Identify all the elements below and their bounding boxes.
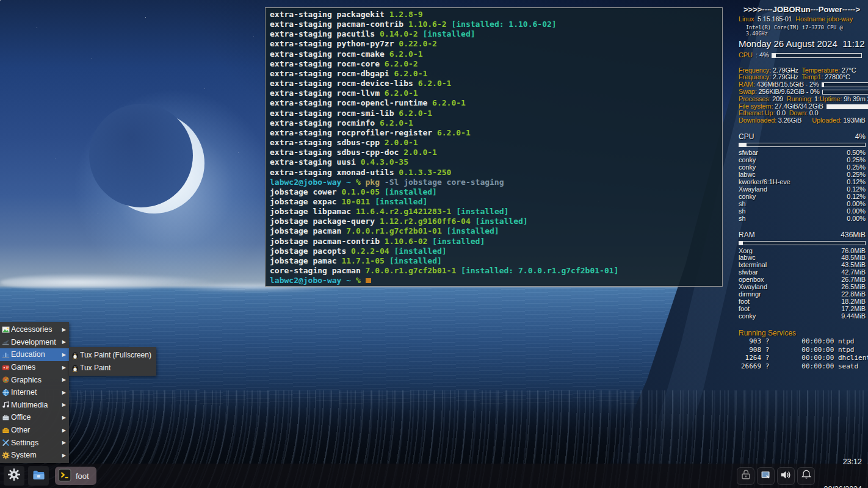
terminal-line: extra-staging python-py7zr 0.22.0-2 (270, 39, 722, 49)
multimedia-icon (2, 401, 10, 409)
cpu-section-value: 4% (855, 133, 866, 141)
submenu-arrow-icon: ▶ (62, 415, 67, 420)
os-host-line: Linux 5.15.165-01 Hostname jobo-way (739, 16, 866, 23)
task-label: foot (76, 472, 89, 481)
terminal-line: extra-staging rocm-core 6.2.0-2 (270, 59, 722, 69)
system-icon (2, 451, 10, 459)
menu-item-label: Education (11, 350, 62, 359)
office-icon (2, 414, 10, 422)
menu-item-label: Multimedia (11, 401, 62, 409)
terminal-line: labwc2@jobo-way ~ % pkg -Sl jobstage cor… (270, 178, 722, 187)
lock-icon (740, 468, 752, 483)
app-menu: Accessories ▶ Development ▶ Education ▶ … (0, 322, 69, 463)
submenu-item-label: Tux Paint (80, 364, 154, 372)
submenu-item[interactable]: Tux Paint (Fullscreen) (69, 348, 156, 361)
submenu-item[interactable]: Tux Paint (69, 361, 156, 374)
menu-item[interactable]: Graphics ▶ (0, 373, 69, 386)
ram-process-section: RAM 436MiB Xorg76.0MiB labwc48.5MiB lxte… (739, 231, 866, 321)
terminal-line: extra-staging rocm-llvm 6.2.0-1 (270, 88, 722, 98)
terminal-line: extra-staging rocm-opencl-runtime 6.2.0-… (270, 98, 722, 108)
volume-tray-button[interactable] (777, 467, 795, 485)
menu-item[interactable]: Internet ▶ (0, 386, 69, 399)
menu-item[interactable]: Development ▶ (0, 336, 69, 349)
file-manager-button[interactable] (28, 466, 49, 486)
terminal-line: extra-staging pacutils 0.14.0-2 [install… (270, 29, 722, 39)
submenu-arrow-icon: ▶ (62, 339, 67, 345)
stat-line: Downloaded: 3.26GiB Uploaded: 193MiB (739, 117, 866, 124)
clock[interactable]: 23:12 08/26/2024 (823, 439, 862, 488)
ram-section-title: RAM (739, 231, 755, 239)
submenu-arrow-icon: ▶ (62, 365, 67, 370)
menu-item[interactable]: Multimedia ▶ (0, 399, 69, 412)
stars (0, 0, 1, 1)
menu-item[interactable]: System ▶ (0, 449, 69, 462)
menu-item-label: Accessories (11, 325, 62, 334)
cpu-process-row: sh0.00% (739, 201, 866, 208)
cpu-process-row: Xwayland0.12% (739, 186, 866, 193)
terminal-line: jobstage pacopts 0.2.2-04 [installed] (270, 246, 722, 256)
cpu-process-row: labwc0.25% (739, 171, 866, 179)
service-row: 1264 ? 00:00:00 dhclient (741, 354, 866, 362)
gear-icon (7, 468, 21, 484)
screenshot-icon (760, 469, 772, 483)
terminal-window[interactable]: extra-staging packagekit 1.2.8-9extra-st… (265, 7, 723, 287)
cpu-section-bar (739, 143, 866, 147)
screenshot-tray-button[interactable] (757, 467, 775, 485)
date-time: Monday 26 August 2024 11:12 (739, 38, 866, 49)
menu-item[interactable]: Settings ▶ (0, 436, 69, 449)
menu-item-label: Development (11, 338, 62, 346)
menu-item[interactable]: Other ▶ (0, 424, 69, 437)
terminal-line: core-staging pacman 7.0.0.r1.g7cf2b01-1 … (270, 266, 722, 276)
menu-item-label: System (11, 451, 62, 459)
terminal-line: extra-staging rocm-device-libs 6.2.0-1 (270, 79, 722, 88)
accessories-icon (2, 326, 10, 334)
menu-item-label: Internet (11, 388, 62, 396)
monitor-title: >>>>----JOBORun---Power-----> (743, 5, 866, 14)
folder-icon (32, 468, 45, 484)
submenu-arrow-icon: ▶ (62, 428, 67, 433)
graphics-icon (2, 376, 10, 384)
submenu-arrow-icon: ▶ (62, 390, 67, 395)
menu-item[interactable]: Education ▶ (0, 348, 69, 361)
terminal-line: extra-staging sdbus-cpp 2.0.0-1 (270, 138, 722, 148)
notifications-tray-button[interactable] (797, 467, 815, 485)
moon-shadow (89, 104, 193, 207)
menu-item-label: Graphics (11, 376, 62, 384)
submenu-arrow-icon: ▶ (62, 377, 67, 382)
terminal-line: extra-staging uusi 0.4.3.0-35 (270, 157, 722, 167)
terminal-line: extra-staging rocm-smi-lib 6.2.0-1 (270, 109, 722, 118)
screen-lock-tray-button[interactable] (737, 467, 754, 485)
service-row: 908 ? 00:00:00 ntpd (741, 346, 866, 354)
submenu-arrow-icon: ▶ (62, 327, 67, 332)
ram-process-row: conky9.44MiB (739, 313, 866, 320)
menu-item[interactable]: Office ▶ (0, 411, 69, 424)
terminal-line: extra-staging xmonad-utils 0.1.3.3-250 (270, 168, 722, 178)
education-icon (2, 351, 10, 359)
terminal-line: extra-staging rocprofiler-register 6.2.0… (270, 128, 722, 138)
taskbar-task-foot[interactable]: foot (55, 467, 96, 485)
menu-item-label: Other (11, 426, 62, 434)
terminal-line: jobstage expac 10-011 [installed] (270, 197, 722, 207)
terminal-line: jobstage pamac 11.7.1-05 [installed] (270, 256, 722, 266)
menu-launcher-button[interactable] (4, 466, 24, 486)
cpu-process-row: kworker/6:1H-eve0.12% (739, 179, 866, 186)
cpu-process-section: CPU 4% sfwbar0.50% conky0.25% conky0.25%… (739, 133, 866, 223)
submenu-arrow-icon: ▶ (62, 402, 67, 407)
terminal-line: jobstage pacman 7.0.0.r1.g7cf2b01-01 [in… (270, 226, 722, 236)
terminal-line: labwc2@jobo-way ~ % (270, 276, 722, 285)
terminal-line: jobstage pacman-contrib 1.10.6-02 [insta… (270, 237, 722, 246)
terminal-line: extra-staging sdbus-cpp-doc 2.0.0-1 (270, 148, 722, 157)
clock-date: 08/26/2024 (823, 485, 862, 488)
submenu-arrow-icon: ▶ (62, 453, 67, 458)
menu-item[interactable]: Accessories ▶ (0, 323, 69, 336)
cpu-process-row: conky0.12% (739, 193, 866, 201)
menu-item[interactable]: Games ▶ (0, 361, 69, 374)
clock-time: 23:12 (823, 458, 862, 467)
menu-item-label: Office (11, 413, 62, 422)
foot-terminal-icon (58, 468, 71, 484)
services-title: Running Services (739, 329, 866, 337)
service-row: 26669 ? 00:00:00 seatd (741, 363, 866, 371)
speaker-icon (779, 468, 792, 484)
development-icon (2, 338, 10, 346)
cpu-model: Intel(R) Core(TM) i7-3770 CPU @ 3.40GHz (746, 24, 866, 37)
